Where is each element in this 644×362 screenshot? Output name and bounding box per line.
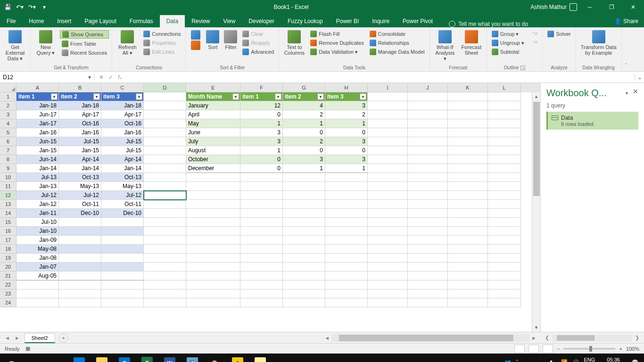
pane-horizontal-scrollbar[interactable] [552, 335, 632, 341]
cell-L13[interactable] [488, 200, 521, 209]
cell-L17[interactable] [488, 236, 521, 245]
cell-F13[interactable] [240, 200, 283, 209]
filter-dropdown-icon[interactable]: ▾ [360, 93, 366, 100]
cell-F17[interactable] [240, 236, 283, 245]
cell-B16[interactable] [59, 227, 101, 236]
cell-E18[interactable] [186, 245, 240, 254]
save-icon[interactable]: 💾 [4, 3, 11, 11]
cell-I17[interactable] [368, 236, 408, 245]
cell-J4[interactable] [408, 119, 448, 128]
cell-B14[interactable]: Dec-10 [59, 209, 101, 218]
cell-E12[interactable] [186, 191, 240, 200]
cell-H20[interactable] [325, 263, 368, 272]
cell-G22[interactable] [283, 280, 325, 289]
cell-G24[interactable] [283, 298, 325, 307]
cell-H19[interactable] [325, 254, 368, 263]
cell-J12[interactable] [408, 191, 448, 200]
cell-D2[interactable] [144, 101, 186, 110]
cell-C11[interactable]: May-13 [101, 182, 144, 191]
notifications-icon[interactable]: 💬 [632, 359, 639, 362]
word-app[interactable]: W [158, 354, 181, 362]
cell-K16[interactable] [448, 227, 488, 236]
cell-G19[interactable] [283, 254, 325, 263]
cell-C13[interactable]: Oct-11 [101, 200, 144, 209]
zoom-slider[interactable] [563, 348, 615, 350]
col-header-G[interactable]: G [283, 83, 325, 92]
cell-D4[interactable] [144, 119, 186, 128]
cell-J1[interactable] [408, 92, 448, 101]
cell-L19[interactable] [488, 254, 521, 263]
cell-I10[interactable] [368, 173, 408, 182]
cell-I2[interactable] [368, 101, 408, 110]
cell-K3[interactable] [448, 110, 488, 119]
cell-C19[interactable] [101, 254, 144, 263]
cell-A18[interactable]: May-08 [17, 245, 59, 254]
cortana-button[interactable]: ○ [23, 354, 45, 362]
cell-L3[interactable] [488, 110, 521, 119]
cell-A15[interactable]: Jul-10 [17, 218, 59, 227]
cell-I1[interactable] [368, 92, 408, 101]
start-button[interactable]: ⊞ [0, 354, 23, 362]
clock[interactable]: 05:3611-Jan-2018 [599, 357, 628, 362]
cell-E6[interactable]: July [186, 137, 240, 146]
recent-sources-button[interactable]: Recent Sources [60, 49, 109, 57]
cell-K1[interactable] [448, 92, 488, 101]
cell-J23[interactable] [408, 289, 448, 298]
cell-L1[interactable] [488, 92, 521, 101]
notepad-app[interactable]: 📓 [181, 354, 204, 362]
edit-links-button[interactable]: Edit Links [141, 48, 182, 56]
cell-E21[interactable] [186, 272, 240, 280]
cell-K8[interactable] [448, 155, 488, 164]
onedrive-icon[interactable]: ☁ [527, 359, 535, 362]
cell-B18[interactable] [59, 245, 101, 254]
cell-I5[interactable] [368, 128, 408, 137]
cell-D9[interactable] [144, 164, 186, 173]
row-header-22[interactable]: 22 [0, 280, 17, 289]
cell-K15[interactable] [448, 218, 488, 227]
manage-data-model-button[interactable]: Manage Data Model [368, 48, 427, 56]
cell-K12[interactable] [448, 191, 488, 200]
cell-L9[interactable] [488, 164, 521, 173]
col-header-L[interactable]: L [488, 83, 521, 92]
cell-B15[interactable] [59, 218, 101, 227]
cell-E3[interactable]: April [186, 110, 240, 119]
cell-L24[interactable] [488, 298, 521, 307]
cell-D5[interactable] [144, 128, 186, 137]
cell-F10[interactable] [240, 173, 283, 182]
cell-B8[interactable]: Apr-14 [59, 155, 101, 164]
cell-D20[interactable] [144, 263, 186, 272]
cell-B13[interactable]: Oct-11 [59, 200, 101, 209]
forecast-sheet-button[interactable]: Forecast Sheet [459, 29, 484, 57]
cell-L15[interactable] [488, 218, 521, 227]
sheet-nav-first-icon[interactable]: ◄ [3, 335, 12, 341]
cell-C3[interactable]: Apr-17 [101, 110, 144, 119]
edge-app[interactable]: e [68, 354, 91, 362]
cell-I14[interactable] [368, 209, 408, 218]
cell-E22[interactable] [186, 280, 240, 289]
expand-formula-bar-icon[interactable]: ⌄ [635, 74, 644, 81]
cell-H7[interactable]: 0 [325, 146, 368, 155]
row-header-21[interactable]: 21 [0, 272, 17, 280]
cell-H24[interactable] [325, 298, 368, 307]
cell-G2[interactable]: 4 [283, 101, 325, 110]
cell-A9[interactable]: Jan-14 [17, 164, 59, 173]
cell-C7[interactable]: Jul-15 [101, 146, 144, 155]
cell-D24[interactable] [144, 298, 186, 307]
close-button[interactable]: ✕ [622, 0, 644, 14]
cell-I13[interactable] [368, 200, 408, 209]
cell-A3[interactable]: Jun-17 [17, 110, 59, 119]
cell-A17[interactable]: Jan-09 [17, 236, 59, 245]
remove-duplicates-button[interactable]: Remove Duplicates [308, 39, 365, 47]
cell-C21[interactable] [101, 272, 144, 280]
cell-A21[interactable]: Aug-05 [17, 272, 59, 280]
hscroll-left-icon[interactable]: ◄ [322, 335, 331, 341]
cell-I24[interactable] [368, 298, 408, 307]
row-header-16[interactable]: 16 [0, 227, 17, 236]
cell-J8[interactable] [408, 155, 448, 164]
new-sheet-button[interactable]: + [59, 333, 68, 343]
cell-C1[interactable]: item 3▾ [101, 92, 144, 101]
properties-button[interactable]: Properties [141, 39, 182, 47]
cell-B4[interactable]: Oct-16 [59, 119, 101, 128]
cell-H9[interactable]: 1 [325, 164, 368, 173]
row-header-6[interactable]: 6 [0, 137, 17, 146]
